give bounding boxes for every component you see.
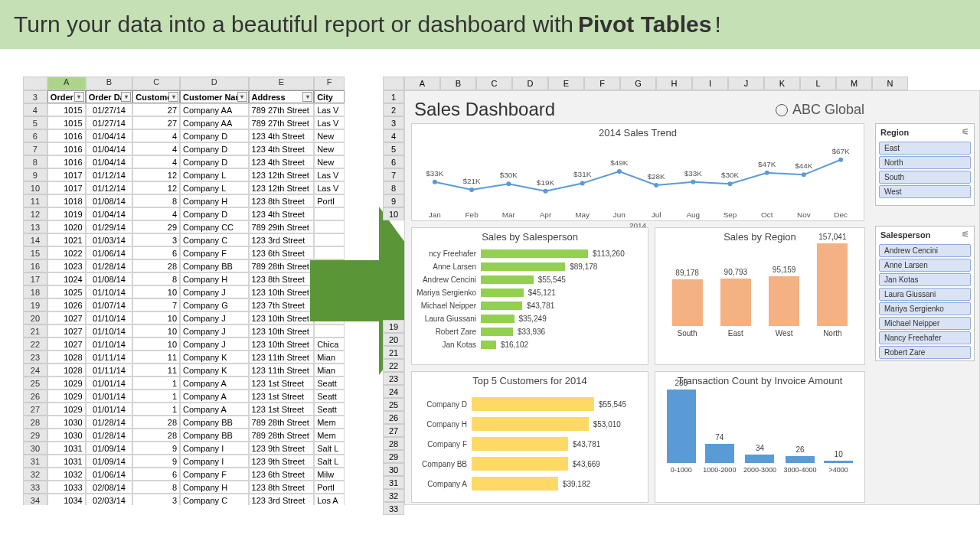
table-cell[interactable]: 1	[132, 390, 180, 403]
table-cell[interactable]: Company D	[180, 155, 249, 168]
table-row[interactable]: 23102801/11/1411Company K123 11th Street…	[23, 350, 345, 364]
table-cell[interactable]: 1024	[47, 272, 86, 285]
table-cell[interactable]: 10	[132, 337, 180, 350]
table-cell[interactable]: 01/27/14	[86, 116, 133, 129]
table-cell[interactable]: 123 10th Street	[249, 311, 315, 324]
table-row[interactable]: 6101601/04/144Company D123 4th StreetNew	[23, 129, 345, 142]
table-row[interactable]: 8101601/04/144Company D123 4th StreetNew	[23, 155, 345, 168]
table-cell[interactable]: 123 6th Street	[249, 468, 315, 481]
table-cell[interactable]: 12	[132, 168, 180, 181]
table-cell[interactable]: 123 1st Street	[249, 377, 315, 390]
table-cell[interactable]: Seatt	[314, 390, 345, 403]
table-cell[interactable]: Company J	[180, 337, 249, 350]
chart-sales-by-region[interactable]: Sales by Region 89,178South90,793East95,…	[655, 227, 865, 365]
column-header[interactable]: C	[476, 77, 512, 90]
table-row[interactable]: 19102601/07/147Company G123 7th Street	[23, 298, 345, 311]
table-cell[interactable]: 1022	[47, 246, 86, 259]
slicer-item[interactable]: South	[879, 171, 971, 184]
table-cell[interactable]: 123 10th Street	[249, 324, 315, 337]
table-cell[interactable]: 01/04/14	[86, 207, 133, 220]
table-cell[interactable]: 1028	[47, 350, 86, 364]
table-row[interactable]: 9101701/12/1412Company L123 12th StreetL…	[23, 168, 345, 181]
table-cell[interactable]: 123 10th Street	[249, 337, 315, 350]
table-cell[interactable]: 01/29/14	[86, 220, 133, 233]
table-cell[interactable]: Portl	[314, 481, 345, 494]
table-cell[interactable]: 1027	[47, 311, 86, 324]
table-row[interactable]: 4101501/27/1427Company AA789 27th Street…	[23, 103, 345, 116]
table-cell[interactable]: Las V	[314, 181, 345, 194]
filter-dropdown-icon[interactable]: ▾	[237, 92, 247, 102]
table-cell[interactable]: 789 27th Street	[249, 103, 315, 116]
table-cell[interactable]: 01/04/14	[86, 155, 133, 168]
table-cell[interactable]: 1016	[47, 129, 86, 142]
slicer-salesperson[interactable]: Salesperson⚟ Andrew CenciniAnne LarsenJa…	[875, 226, 975, 361]
table-cell[interactable]: 01/01/14	[86, 390, 133, 403]
table-cell[interactable]: 11	[132, 350, 180, 364]
table-row[interactable]: 26102901/01/141Company A123 1st StreetSe…	[23, 390, 345, 403]
table-cell[interactable]: 02/03/14	[86, 494, 133, 505]
table-cell[interactable]: 1031	[47, 442, 86, 455]
row-header[interactable]: 1	[383, 90, 404, 103]
table-cell[interactable]: Company BB	[180, 259, 249, 272]
row-header[interactable]: 24	[383, 385, 404, 398]
table-row[interactable]: 29103001/28/1428Company BB789 28th Stree…	[23, 429, 345, 442]
table-cell[interactable]: New	[314, 142, 345, 155]
row-header[interactable]: 30	[383, 463, 404, 476]
table-cell[interactable]: 28	[132, 429, 180, 442]
table-cell[interactable]: 1034	[47, 494, 86, 505]
table-cell[interactable]: Los A	[314, 494, 345, 505]
row-header[interactable]: 10	[383, 207, 404, 220]
filter-icon[interactable]: ⚟	[962, 127, 969, 137]
table-cell[interactable]: 01/28/14	[86, 259, 133, 272]
table-cell[interactable]: 01/27/14	[86, 103, 133, 116]
table-cell[interactable]: Company K	[180, 350, 249, 364]
table-cell[interactable]: 3	[132, 494, 180, 505]
table-cell[interactable]: Company C	[180, 494, 249, 505]
slicer-item[interactable]: West	[879, 185, 971, 198]
column-header[interactable]: E	[548, 77, 584, 90]
table-cell[interactable]: 1028	[47, 364, 86, 377]
table-cell[interactable]: 1029	[47, 377, 86, 390]
column-header[interactable]: A	[47, 77, 86, 90]
column-header[interactable]: C	[132, 77, 180, 90]
table-cell[interactable]: 1017	[47, 168, 86, 181]
table-cell[interactable]: 123 9th Street	[249, 442, 315, 455]
table-cell[interactable]: 123 4th Street	[249, 155, 315, 168]
table-cell[interactable]: 789 27th Street	[249, 116, 315, 129]
table-cell[interactable]: Company AA	[180, 103, 249, 116]
table-cell[interactable]: Company J	[180, 311, 249, 324]
table-cell[interactable]: 01/10/14	[86, 311, 133, 324]
table-cell[interactable]: 4	[132, 207, 180, 220]
column-header[interactable]: A	[404, 77, 440, 90]
table-cell[interactable]: 1016	[47, 155, 86, 168]
table-cell[interactable]: 123 12th Street	[249, 168, 315, 181]
table-cell[interactable]: 01/01/14	[86, 377, 133, 390]
chart-transaction-count[interactable]: Transaction Count by Invoice Amount 2880…	[655, 371, 865, 503]
table-cell[interactable]: 28	[132, 416, 180, 429]
table-row[interactable]: 27102901/01/141Company A123 1st StreetSe…	[23, 403, 345, 416]
table-header-cell[interactable]: Order▾	[47, 90, 86, 103]
table-cell[interactable]: Company CC	[180, 220, 249, 233]
table-cell[interactable]: Company BB	[180, 416, 249, 429]
table-cell[interactable]: 01/04/14	[86, 142, 133, 155]
table-cell[interactable]: 1031	[47, 455, 86, 468]
table-cell[interactable]: 1016	[47, 142, 86, 155]
table-cell[interactable]: 6	[132, 468, 180, 481]
slicer-item[interactable]: East	[879, 142, 971, 155]
table-cell[interactable]: 01/01/14	[86, 403, 133, 416]
table-cell[interactable]: 123 11th Street	[249, 350, 315, 364]
table-cell[interactable]: 1027	[47, 324, 86, 337]
dashboard-sheet[interactable]: ABCDEFGHIJKLMN 1234567891019202122232425…	[383, 77, 980, 505]
table-cell[interactable]: 1029	[47, 390, 86, 403]
table-row[interactable]: 31103101/09/149Company I123 9th StreetSa…	[23, 455, 345, 468]
column-header[interactable]: G	[620, 77, 656, 90]
table-cell[interactable]: 01/12/14	[86, 181, 133, 194]
table-row[interactable]: 10101701/12/1412Company L123 12th Street…	[23, 181, 345, 194]
table-header-cell[interactable]: Order Da▾	[86, 90, 133, 103]
table-cell[interactable]: 10	[132, 324, 180, 337]
row-header[interactable]: 3	[383, 116, 404, 129]
row-header[interactable]: 22	[383, 359, 404, 372]
table-cell[interactable]: Milw	[314, 468, 345, 481]
table-cell[interactable]: 27	[132, 116, 180, 129]
table-cell[interactable]: 1027	[47, 337, 86, 350]
